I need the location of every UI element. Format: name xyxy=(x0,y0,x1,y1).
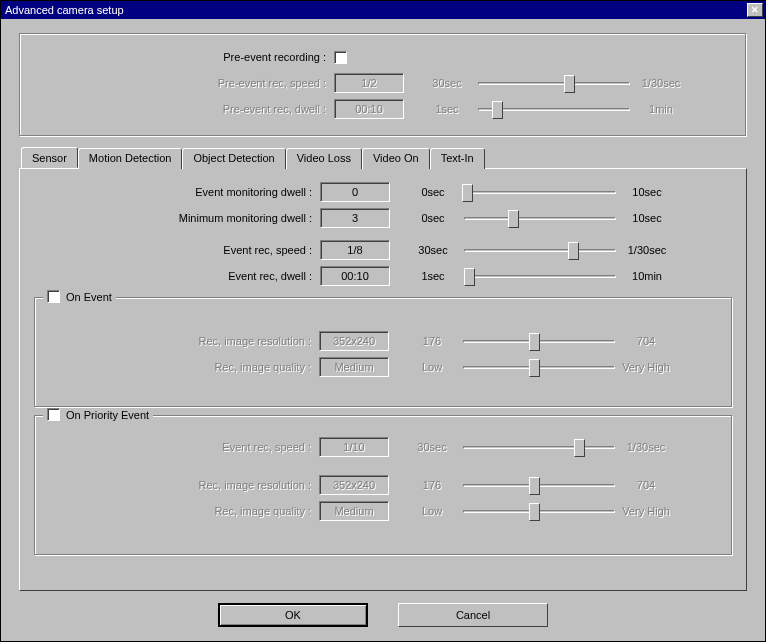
event-rec-speed-label: Event rec, speed : xyxy=(34,244,320,256)
on-event-legend: On Event xyxy=(43,290,116,303)
titlebar: Advanced camera setup ✕ xyxy=(1,1,765,19)
on-priority-event-group: On Priority Event Event rec, speed : 1/1… xyxy=(34,415,732,555)
onpriority-quality-min: Low xyxy=(405,505,459,517)
event-rec-dwell-label: Event rec, dwell : xyxy=(34,270,320,282)
on-priority-event-legend-text: On Priority Event xyxy=(66,409,149,421)
onpriority-resolution-slider[interactable] xyxy=(459,475,619,495)
onevent-quality-slider[interactable] xyxy=(459,357,619,377)
on-event-legend-text: On Event xyxy=(66,291,112,303)
preevent-panel: Pre-event recording : Pre-event rec, spe… xyxy=(19,33,747,137)
tab-sensor[interactable]: Sensor xyxy=(21,147,78,168)
cancel-button[interactable]: Cancel xyxy=(398,603,548,627)
onevent-quality-value: Medium xyxy=(319,357,389,377)
onpriority-speed-max: 1/30sec xyxy=(619,441,673,453)
onpriority-speed-slider[interactable] xyxy=(459,437,619,457)
minimum-monitoring-dwell-max: 10sec xyxy=(620,212,674,224)
event-monitoring-dwell-label: Event monitoring dwell : xyxy=(34,186,320,198)
ok-button[interactable]: OK xyxy=(218,603,368,627)
onpriority-resolution-max: 704 xyxy=(619,479,673,491)
onpriority-quality-value: Medium xyxy=(319,501,389,521)
preevent-speed-slider[interactable] xyxy=(474,73,634,93)
onevent-quality-max: Very High xyxy=(619,361,673,373)
on-event-group: On Event Rec, image resolution : 352x240… xyxy=(34,297,732,407)
event-monitoring-dwell-max: 10sec xyxy=(620,186,674,198)
close-icon[interactable]: ✕ xyxy=(747,3,763,17)
onevent-resolution-min: 176 xyxy=(405,335,459,347)
on-priority-event-legend: On Priority Event xyxy=(43,408,153,421)
preevent-dwell-slider[interactable] xyxy=(474,99,634,119)
tab-motion-detection[interactable]: Motion Detection xyxy=(78,148,183,169)
window-title: Advanced camera setup xyxy=(5,4,124,16)
minimum-monitoring-dwell-slider[interactable] xyxy=(460,208,620,228)
on-event-checkbox[interactable] xyxy=(47,290,60,303)
onpriority-speed-label: Event rec, speed : xyxy=(47,441,319,453)
onpriority-quality-max: Very High xyxy=(619,505,673,517)
preevent-recording-checkbox[interactable] xyxy=(334,51,347,64)
dialog-window: Advanced camera setup ✕ Pre-event record… xyxy=(0,0,766,642)
onpriority-speed-value: 1/10 xyxy=(319,437,389,457)
onpriority-resolution-label: Rec, image resolution : xyxy=(47,479,319,491)
preevent-speed-value: 1/2 xyxy=(334,73,404,93)
onpriority-quality-label: Rec, image quality : xyxy=(47,505,319,517)
preevent-dwell-min: 1sec xyxy=(420,103,474,115)
on-priority-event-checkbox[interactable] xyxy=(47,408,60,421)
onevent-resolution-max: 704 xyxy=(619,335,673,347)
tab-object-detection[interactable]: Object Detection xyxy=(182,148,285,169)
event-rec-speed-slider[interactable] xyxy=(460,240,620,260)
event-monitoring-dwell-slider[interactable] xyxy=(460,182,620,202)
event-rec-dwell-value: 00:10 xyxy=(320,266,390,286)
onevent-resolution-slider[interactable] xyxy=(459,331,619,351)
minimum-monitoring-dwell-min: 0sec xyxy=(406,212,460,224)
minimum-monitoring-dwell-value: 3 xyxy=(320,208,390,228)
tab-container: Sensor Motion Detection Object Detection… xyxy=(19,147,747,591)
onevent-quality-min: Low xyxy=(405,361,459,373)
minimum-monitoring-dwell-label: Minimum monitoring dwell : xyxy=(34,212,320,224)
onevent-quality-label: Rec, image quality : xyxy=(47,361,319,373)
tab-page-sensor: Event monitoring dwell : 0 0sec 10sec Mi… xyxy=(19,168,747,591)
tab-video-loss[interactable]: Video Loss xyxy=(286,148,362,169)
event-rec-dwell-max: 10min xyxy=(620,270,674,282)
tab-strip: Sensor Motion Detection Object Detection… xyxy=(19,147,747,168)
event-rec-speed-value: 1/8 xyxy=(320,240,390,260)
onevent-resolution-label: Rec, image resolution : xyxy=(47,335,319,347)
button-bar: OK Cancel xyxy=(19,591,747,631)
event-rec-speed-min: 30sec xyxy=(406,244,460,256)
event-rec-speed-max: 1/30sec xyxy=(620,244,674,256)
onpriority-quality-slider[interactable] xyxy=(459,501,619,521)
tab-video-on[interactable]: Video On xyxy=(362,148,430,169)
content-area: Pre-event recording : Pre-event rec, spe… xyxy=(1,19,765,641)
onpriority-resolution-min: 176 xyxy=(405,479,459,491)
event-monitoring-dwell-value: 0 xyxy=(320,182,390,202)
onevent-resolution-value: 352x240 xyxy=(319,331,389,351)
event-rec-dwell-slider[interactable] xyxy=(460,266,620,286)
onpriority-speed-min: 30sec xyxy=(405,441,459,453)
tab-text-in[interactable]: Text-In xyxy=(430,148,485,169)
event-monitoring-dwell-min: 0sec xyxy=(406,186,460,198)
preevent-dwell-max: 1min xyxy=(634,103,688,115)
preevent-dwell-value: 00:10 xyxy=(334,99,404,119)
preevent-speed-label: Pre-event rec, speed : xyxy=(34,77,334,89)
preevent-speed-max: 1/30sec xyxy=(634,77,688,89)
preevent-dwell-label: Pre-event rec, dwell : xyxy=(34,103,334,115)
onpriority-resolution-value: 352x240 xyxy=(319,475,389,495)
preevent-recording-label: Pre-event recording : xyxy=(34,51,334,63)
event-rec-dwell-min: 1sec xyxy=(406,270,460,282)
preevent-speed-min: 30sec xyxy=(420,77,474,89)
